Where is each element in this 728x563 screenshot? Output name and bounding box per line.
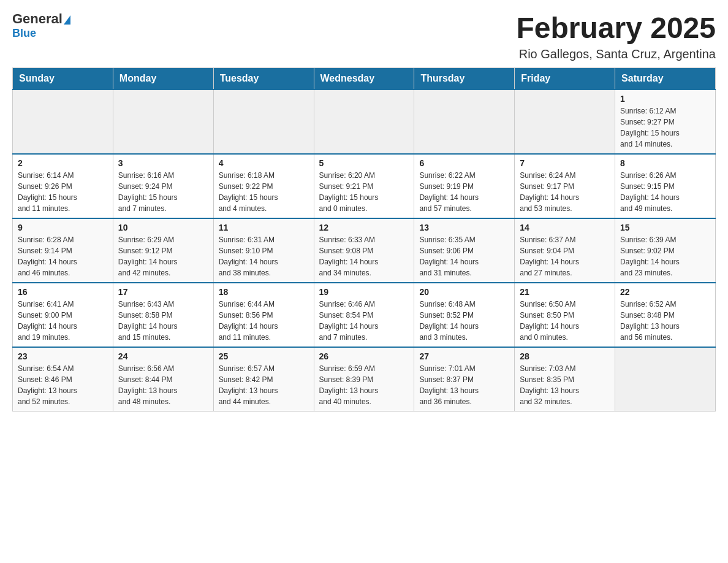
calendar-cell: 23Sunrise: 6:54 AM Sunset: 8:46 PM Dayli… bbox=[13, 347, 113, 412]
calendar-cell bbox=[615, 347, 716, 412]
day-info: Sunrise: 6:57 AM Sunset: 8:42 PM Dayligh… bbox=[219, 363, 309, 407]
day-info: Sunrise: 6:56 AM Sunset: 8:44 PM Dayligh… bbox=[118, 363, 208, 407]
calendar-cell: 25Sunrise: 6:57 AM Sunset: 8:42 PM Dayli… bbox=[213, 347, 314, 412]
calendar-cell: 15Sunrise: 6:39 AM Sunset: 9:02 PM Dayli… bbox=[615, 218, 716, 283]
day-info: Sunrise: 6:29 AM Sunset: 9:12 PM Dayligh… bbox=[118, 234, 208, 278]
day-info: Sunrise: 6:20 AM Sunset: 9:21 PM Dayligh… bbox=[319, 170, 409, 214]
day-info: Sunrise: 6:22 AM Sunset: 9:19 PM Dayligh… bbox=[419, 170, 509, 214]
calendar-week-row: 9Sunrise: 6:28 AM Sunset: 9:14 PM Daylig… bbox=[13, 218, 716, 283]
calendar-cell: 18Sunrise: 6:44 AM Sunset: 8:56 PM Dayli… bbox=[213, 283, 314, 347]
day-info: Sunrise: 6:39 AM Sunset: 9:02 PM Dayligh… bbox=[620, 234, 710, 278]
calendar-cell: 14Sunrise: 6:37 AM Sunset: 9:04 PM Dayli… bbox=[515, 218, 615, 283]
calendar-cell: 2Sunrise: 6:14 AM Sunset: 9:26 PM Daylig… bbox=[13, 154, 113, 218]
calendar-cell: 26Sunrise: 6:59 AM Sunset: 8:39 PM Dayli… bbox=[314, 347, 414, 412]
day-info: Sunrise: 6:28 AM Sunset: 9:14 PM Dayligh… bbox=[18, 234, 108, 278]
day-info: Sunrise: 6:33 AM Sunset: 9:08 PM Dayligh… bbox=[319, 234, 409, 278]
weekday-header-sunday: Sunday bbox=[13, 67, 113, 90]
weekday-header-tuesday: Tuesday bbox=[213, 67, 314, 90]
day-number: 2 bbox=[18, 158, 108, 168]
day-info: Sunrise: 7:01 AM Sunset: 8:37 PM Dayligh… bbox=[419, 363, 509, 407]
calendar-cell bbox=[113, 90, 213, 154]
calendar-table: SundayMondayTuesdayWednesdayThursdayFrid… bbox=[12, 67, 716, 412]
calendar-week-row: 1Sunrise: 6:12 AM Sunset: 9:27 PM Daylig… bbox=[13, 90, 716, 154]
calendar-cell: 11Sunrise: 6:31 AM Sunset: 9:10 PM Dayli… bbox=[213, 218, 314, 283]
logo-blue-text: Blue bbox=[12, 27, 36, 40]
calendar-cell: 22Sunrise: 6:52 AM Sunset: 8:48 PM Dayli… bbox=[615, 283, 716, 347]
calendar-cell: 8Sunrise: 6:26 AM Sunset: 9:15 PM Daylig… bbox=[615, 154, 716, 218]
day-number: 26 bbox=[319, 351, 409, 361]
calendar-cell bbox=[314, 90, 414, 154]
day-info: Sunrise: 6:41 AM Sunset: 9:00 PM Dayligh… bbox=[18, 299, 108, 343]
day-info: Sunrise: 6:31 AM Sunset: 9:10 PM Dayligh… bbox=[219, 234, 309, 278]
day-number: 11 bbox=[219, 223, 309, 232]
calendar-title: February 2025 bbox=[516, 12, 716, 45]
day-number: 21 bbox=[520, 287, 610, 297]
calendar-cell: 21Sunrise: 6:50 AM Sunset: 8:50 PM Dayli… bbox=[515, 283, 615, 347]
calendar-week-row: 2Sunrise: 6:14 AM Sunset: 9:26 PM Daylig… bbox=[13, 154, 716, 218]
page-header: General Blue February 2025 Rio Gallegos,… bbox=[12, 12, 716, 61]
day-number: 15 bbox=[620, 223, 710, 232]
weekday-header-monday: Monday bbox=[113, 67, 213, 90]
day-number: 27 bbox=[419, 351, 509, 361]
day-info: Sunrise: 6:59 AM Sunset: 8:39 PM Dayligh… bbox=[319, 363, 409, 407]
calendar-cell: 24Sunrise: 6:56 AM Sunset: 8:44 PM Dayli… bbox=[113, 347, 213, 412]
calendar-cell: 7Sunrise: 6:24 AM Sunset: 9:17 PM Daylig… bbox=[515, 154, 615, 218]
day-number: 5 bbox=[319, 158, 409, 168]
day-info: Sunrise: 6:48 AM Sunset: 8:52 PM Dayligh… bbox=[419, 299, 509, 343]
calendar-cell: 4Sunrise: 6:18 AM Sunset: 9:22 PM Daylig… bbox=[213, 154, 314, 218]
calendar-cell: 13Sunrise: 6:35 AM Sunset: 9:06 PM Dayli… bbox=[414, 218, 515, 283]
day-info: Sunrise: 6:24 AM Sunset: 9:17 PM Dayligh… bbox=[520, 170, 610, 214]
calendar-cell: 12Sunrise: 6:33 AM Sunset: 9:08 PM Dayli… bbox=[314, 218, 414, 283]
calendar-week-row: 16Sunrise: 6:41 AM Sunset: 9:00 PM Dayli… bbox=[13, 283, 716, 347]
calendar-cell: 19Sunrise: 6:46 AM Sunset: 8:54 PM Dayli… bbox=[314, 283, 414, 347]
calendar-subtitle: Rio Gallegos, Santa Cruz, Argentina bbox=[516, 47, 716, 61]
day-number: 12 bbox=[319, 223, 409, 232]
day-number: 14 bbox=[520, 223, 610, 232]
day-number: 24 bbox=[118, 351, 208, 361]
day-number: 7 bbox=[520, 158, 610, 168]
calendar-cell: 9Sunrise: 6:28 AM Sunset: 9:14 PM Daylig… bbox=[13, 218, 113, 283]
weekday-header-wednesday: Wednesday bbox=[314, 67, 414, 90]
day-number: 8 bbox=[620, 158, 710, 168]
weekday-header-thursday: Thursday bbox=[414, 67, 515, 90]
day-info: Sunrise: 6:46 AM Sunset: 8:54 PM Dayligh… bbox=[319, 299, 409, 343]
calendar-cell bbox=[213, 90, 314, 154]
calendar-cell: 28Sunrise: 7:03 AM Sunset: 8:35 PM Dayli… bbox=[515, 347, 615, 412]
calendar-cell: 10Sunrise: 6:29 AM Sunset: 9:12 PM Dayli… bbox=[113, 218, 213, 283]
day-number: 20 bbox=[419, 287, 509, 297]
day-number: 28 bbox=[520, 351, 610, 361]
logo-general-text: General bbox=[12, 12, 70, 26]
logo: General Blue bbox=[12, 12, 70, 40]
day-info: Sunrise: 6:37 AM Sunset: 9:04 PM Dayligh… bbox=[520, 234, 610, 278]
calendar-week-row: 23Sunrise: 6:54 AM Sunset: 8:46 PM Dayli… bbox=[13, 347, 716, 412]
day-info: Sunrise: 6:18 AM Sunset: 9:22 PM Dayligh… bbox=[219, 170, 309, 214]
day-info: Sunrise: 7:03 AM Sunset: 8:35 PM Dayligh… bbox=[520, 363, 610, 407]
day-info: Sunrise: 6:26 AM Sunset: 9:15 PM Dayligh… bbox=[620, 170, 710, 214]
calendar-cell bbox=[515, 90, 615, 154]
calendar-cell: 3Sunrise: 6:16 AM Sunset: 9:24 PM Daylig… bbox=[113, 154, 213, 218]
day-info: Sunrise: 6:52 AM Sunset: 8:48 PM Dayligh… bbox=[620, 299, 710, 343]
day-info: Sunrise: 6:16 AM Sunset: 9:24 PM Dayligh… bbox=[118, 170, 208, 214]
day-number: 10 bbox=[118, 223, 208, 232]
weekday-header-friday: Friday bbox=[515, 67, 615, 90]
calendar-cell: 6Sunrise: 6:22 AM Sunset: 9:19 PM Daylig… bbox=[414, 154, 515, 218]
day-number: 3 bbox=[118, 158, 208, 168]
calendar-cell: 5Sunrise: 6:20 AM Sunset: 9:21 PM Daylig… bbox=[314, 154, 414, 218]
day-info: Sunrise: 6:35 AM Sunset: 9:06 PM Dayligh… bbox=[419, 234, 509, 278]
day-number: 6 bbox=[419, 158, 509, 168]
day-number: 17 bbox=[118, 287, 208, 297]
calendar-cell bbox=[414, 90, 515, 154]
weekday-header-saturday: Saturday bbox=[615, 67, 716, 90]
calendar-cell: 1Sunrise: 6:12 AM Sunset: 9:27 PM Daylig… bbox=[615, 90, 716, 154]
day-number: 9 bbox=[18, 223, 108, 232]
day-info: Sunrise: 6:54 AM Sunset: 8:46 PM Dayligh… bbox=[18, 363, 108, 407]
day-info: Sunrise: 6:12 AM Sunset: 9:27 PM Dayligh… bbox=[620, 105, 710, 150]
day-info: Sunrise: 6:14 AM Sunset: 9:26 PM Dayligh… bbox=[18, 170, 108, 214]
calendar-cell: 20Sunrise: 6:48 AM Sunset: 8:52 PM Dayli… bbox=[414, 283, 515, 347]
calendar-cell bbox=[13, 90, 113, 154]
day-info: Sunrise: 6:44 AM Sunset: 8:56 PM Dayligh… bbox=[219, 299, 309, 343]
day-info: Sunrise: 6:50 AM Sunset: 8:50 PM Dayligh… bbox=[520, 299, 610, 343]
day-number: 19 bbox=[319, 287, 409, 297]
day-number: 18 bbox=[219, 287, 309, 297]
day-number: 22 bbox=[620, 287, 710, 297]
